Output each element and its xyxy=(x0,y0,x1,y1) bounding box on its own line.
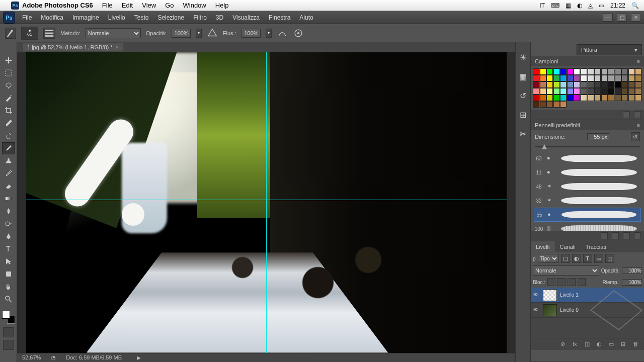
swatch[interactable] xyxy=(553,101,560,108)
swatch[interactable] xyxy=(567,68,574,75)
layer-style-icon[interactable]: fx xyxy=(573,341,581,348)
panel-menu-icon[interactable]: ≡ xyxy=(637,122,640,128)
close-button[interactable]: ✕ xyxy=(631,14,641,22)
swatch[interactable] xyxy=(588,95,594,101)
tools-presets-icon[interactable]: ✂ xyxy=(518,129,528,139)
swatch[interactable] xyxy=(594,81,601,88)
mac-menu-file[interactable]: File xyxy=(102,2,113,9)
swatch[interactable] xyxy=(601,95,608,101)
mac-menu-view[interactable]: View xyxy=(142,2,156,9)
swatch[interactable] xyxy=(581,68,587,75)
properties-panel-icon[interactable]: ⊞ xyxy=(518,110,528,120)
workspace-selector[interactable]: Pittura ▾ xyxy=(577,44,642,55)
swatch[interactable] xyxy=(560,81,567,88)
swatch[interactable] xyxy=(574,88,580,95)
foreground-color[interactable] xyxy=(2,311,10,319)
swatch[interactable] xyxy=(581,75,587,81)
ps-menu-aiuto[interactable]: Aiuto xyxy=(299,14,313,21)
layer-thumbnail[interactable] xyxy=(543,304,557,316)
flow-input[interactable] xyxy=(242,29,261,38)
swatch[interactable] xyxy=(553,95,560,101)
swatch[interactable] xyxy=(567,88,574,95)
swatch[interactable] xyxy=(608,81,614,88)
swatch[interactable] xyxy=(533,75,539,81)
type-tool[interactable]: T xyxy=(2,243,15,255)
swatch[interactable] xyxy=(574,75,580,81)
swatch[interactable] xyxy=(621,95,628,101)
brush-panel-toggle[interactable] xyxy=(43,28,55,39)
swatch[interactable] xyxy=(615,75,621,81)
clock[interactable]: 21:22 xyxy=(610,2,625,9)
adjustment-layer-icon[interactable]: ◐ xyxy=(597,341,605,348)
path-select-tool[interactable] xyxy=(2,255,15,267)
swatch[interactable] xyxy=(546,81,553,88)
swatch[interactable] xyxy=(635,95,641,101)
layer-opacity-input[interactable] xyxy=(622,267,642,274)
filter-type-icon[interactable]: T xyxy=(583,254,592,263)
link-layers-icon[interactable]: ⊘ xyxy=(560,341,569,348)
brush-preset-row[interactable]: 55 ● xyxy=(534,208,641,222)
history-brush-tool[interactable] xyxy=(2,167,15,179)
dodge-tool[interactable] xyxy=(2,218,15,230)
swatch[interactable] xyxy=(594,75,601,81)
status-arrow-icon[interactable]: ▶ xyxy=(137,355,141,360)
swatch[interactable] xyxy=(588,75,594,81)
airbrush-icon[interactable] xyxy=(277,28,288,39)
spotlight-icon[interactable]: 🔍 xyxy=(631,2,639,9)
battery-icon[interactable]: ▭ xyxy=(599,2,604,9)
swatch[interactable] xyxy=(540,81,546,88)
swatch[interactable] xyxy=(560,95,567,101)
eraser-tool[interactable] xyxy=(2,180,15,192)
reset-brush-icon[interactable]: ↺ xyxy=(631,132,640,141)
ps-menu-file[interactable]: File xyxy=(22,14,32,21)
swatch[interactable] xyxy=(635,81,641,88)
ps-menu-visualizza[interactable]: Visualizza xyxy=(232,14,260,21)
swatch[interactable] xyxy=(621,68,628,75)
crop-tool[interactable] xyxy=(2,105,15,117)
swatch[interactable] xyxy=(594,68,601,75)
healing-brush-tool[interactable] xyxy=(2,130,15,142)
history-panel-icon[interactable]: ↺ xyxy=(518,90,528,101)
styles-panel-icon[interactable]: ▦ xyxy=(518,71,528,81)
blur-tool[interactable] xyxy=(2,205,15,217)
lock-pixels-icon[interactable] xyxy=(557,278,566,286)
swatch[interactable] xyxy=(553,68,560,75)
brush-preset-manager-icon[interactable] xyxy=(612,232,619,239)
opacity-dropdown[interactable]: ▾ xyxy=(196,29,202,38)
tab-livelli[interactable]: Livelli xyxy=(531,241,555,252)
new-layer-icon[interactable]: ⊞ xyxy=(621,341,629,348)
layer-group-icon[interactable]: ▭ xyxy=(609,341,617,348)
brush-preset-row[interactable]: 63 ● xyxy=(534,151,641,165)
pressure-size-icon[interactable] xyxy=(293,28,304,39)
current-tool-icon[interactable] xyxy=(5,28,16,39)
layer-thumbnail[interactable] xyxy=(543,289,557,301)
swatch[interactable] xyxy=(635,75,641,81)
filter-image-icon[interactable]: ▢ xyxy=(561,254,570,263)
swatch[interactable] xyxy=(615,95,621,101)
brush-size-slider[interactable] xyxy=(531,143,644,150)
visibility-icon[interactable]: 👁 xyxy=(533,292,540,299)
swatch[interactable] xyxy=(546,68,553,75)
swatch[interactable] xyxy=(567,75,574,81)
ps-menu-livello[interactable]: Livello xyxy=(108,14,125,21)
layer-row[interactable]: 👁 Livello 1 xyxy=(531,288,644,303)
swatch[interactable] xyxy=(560,75,567,81)
brush-size-input[interactable] xyxy=(587,133,609,140)
swatch[interactable] xyxy=(533,68,539,75)
mac-menu-window[interactable]: Window xyxy=(183,2,206,9)
filter-smart-icon[interactable]: ◫ xyxy=(605,254,614,263)
brush-view-icon[interactable] xyxy=(601,232,608,239)
cloud-icon[interactable]: ◐ xyxy=(577,2,582,9)
filter-adjust-icon[interactable]: ◐ xyxy=(572,254,581,263)
new-swatch-icon[interactable] xyxy=(623,111,630,118)
mac-menu-edit[interactable]: Edit xyxy=(122,2,133,9)
swatch[interactable] xyxy=(546,95,553,101)
layer-row[interactable]: 👁 Livello 0 xyxy=(531,303,644,318)
delete-swatch-icon[interactable] xyxy=(634,111,641,118)
swatch[interactable] xyxy=(621,81,628,88)
hand-tool[interactable] xyxy=(2,281,15,293)
swatch[interactable] xyxy=(581,81,587,88)
pen-tool[interactable] xyxy=(2,230,15,242)
panel-menu-icon[interactable]: ≡ xyxy=(637,58,640,64)
swatch[interactable] xyxy=(588,88,594,95)
